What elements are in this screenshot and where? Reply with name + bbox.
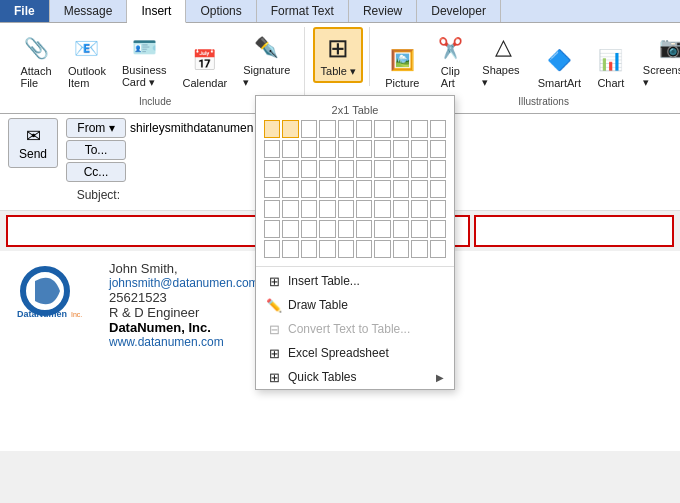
grid-cell[interactable] [264,220,280,238]
grid-cell[interactable] [282,140,298,158]
draw-table-item[interactable]: ✏️ Draw Table [256,293,454,317]
grid-cell[interactable] [282,180,298,198]
grid-cell[interactable] [319,200,335,218]
grid-cell[interactable] [430,240,446,258]
grid-cell[interactable] [393,160,409,178]
grid-cell[interactable] [264,140,280,158]
grid-cell[interactable] [411,180,427,198]
grid-cell[interactable] [338,180,354,198]
grid-cell[interactable] [393,240,409,258]
chart-button[interactable]: 📊 Chart [589,40,633,93]
grid-cell[interactable] [338,160,354,178]
grid-cell[interactable] [356,180,372,198]
grid-cell[interactable] [301,180,317,198]
grid-cell[interactable] [411,220,427,238]
grid-cell[interactable] [374,160,390,178]
grid-cell[interactable] [301,200,317,218]
grid-cell[interactable] [356,160,372,178]
grid-cell[interactable] [319,120,335,138]
grid-cell[interactable] [338,200,354,218]
grid-cell[interactable] [430,120,446,138]
grid-cell[interactable] [411,140,427,158]
grid-cell[interactable] [393,140,409,158]
tab-developer[interactable]: Developer [417,0,501,22]
tab-insert[interactable]: Insert [127,0,186,23]
grid-cell[interactable] [356,120,372,138]
grid-cell[interactable] [338,140,354,158]
outlook-item-button[interactable]: 📧 OutlookItem [62,28,112,93]
table-button[interactable]: ⊞ Table ▾ [313,27,363,83]
grid-cell[interactable] [356,240,372,258]
shapes-button[interactable]: △ Shapes ▾ [476,27,530,93]
grid-cell[interactable] [393,180,409,198]
body-right-input[interactable] [476,217,672,245]
calendar-button[interactable]: 📅 Calendar [177,40,234,93]
grid-cell[interactable] [264,160,280,178]
grid-cell[interactable] [430,180,446,198]
cc-button[interactable]: Cc... [66,162,126,182]
grid-cell[interactable] [430,220,446,238]
grid-cell[interactable] [374,180,390,198]
grid-cell[interactable] [282,160,298,178]
grid-cell[interactable] [319,220,335,238]
tab-format-text[interactable]: Format Text [257,0,349,22]
to-button[interactable]: To... [66,140,126,160]
insert-table-item[interactable]: ⊞ Insert Table... [256,269,454,293]
grid-cell[interactable] [411,200,427,218]
grid-cell[interactable] [282,200,298,218]
grid-cell[interactable] [374,120,390,138]
grid-cell[interactable] [411,120,427,138]
quick-tables-item[interactable]: ⊞ Quick Tables ▶ [256,365,454,389]
grid-cell[interactable] [264,200,280,218]
grid-cell[interactable] [411,240,427,258]
grid-cell[interactable] [356,140,372,158]
tab-review[interactable]: Review [349,0,417,22]
picture-button[interactable]: 🖼️ Picture [380,40,424,93]
grid-cell[interactable] [319,160,335,178]
body-right-field[interactable] [474,215,674,247]
grid-cell[interactable] [430,160,446,178]
screenshot-button[interactable]: 📷 Screenshot ▾ [637,27,680,93]
grid-cell[interactable] [338,220,354,238]
grid-cell[interactable] [338,240,354,258]
tab-message[interactable]: Message [50,0,128,22]
grid-cell[interactable] [393,200,409,218]
grid-cell[interactable] [301,240,317,258]
grid-cell[interactable] [264,240,280,258]
grid-cell[interactable] [282,120,298,138]
grid-cell[interactable] [319,140,335,158]
grid-cell[interactable] [430,140,446,158]
grid-cell[interactable] [374,140,390,158]
grid-cell[interactable] [264,180,280,198]
grid-cell[interactable] [374,220,390,238]
grid-cell[interactable] [319,180,335,198]
grid-cell[interactable] [356,200,372,218]
grid-cell[interactable] [282,240,298,258]
clip-art-button[interactable]: ✂️ ClipArt [428,28,472,93]
grid-cell[interactable] [282,220,298,238]
grid-cell[interactable] [319,240,335,258]
from-button[interactable]: From ▾ [66,118,126,138]
grid-cell[interactable] [301,120,317,138]
excel-spreadsheet-item[interactable]: ⊞ Excel Spreadsheet [256,341,454,365]
grid-row [264,220,446,238]
send-button[interactable]: ✉ Send [8,118,58,168]
grid-cell[interactable] [301,220,317,238]
tab-file[interactable]: File [0,0,50,22]
grid-cell[interactable] [338,120,354,138]
business-card-button[interactable]: 🪪 BusinessCard ▾ [116,27,173,93]
grid-cell[interactable] [374,200,390,218]
grid-cell[interactable] [430,200,446,218]
grid-cell[interactable] [301,160,317,178]
grid-cell[interactable] [301,140,317,158]
grid-cell[interactable] [374,240,390,258]
tab-options[interactable]: Options [186,0,256,22]
grid-cell[interactable] [393,220,409,238]
grid-cell[interactable] [393,120,409,138]
grid-cell[interactable] [411,160,427,178]
grid-cell[interactable] [356,220,372,238]
smartart-button[interactable]: 🔷 SmartArt [534,40,585,93]
attach-file-button[interactable]: 📎 AttachFile [14,28,58,93]
grid-cell[interactable] [264,120,280,138]
signature-button[interactable]: ✒️ Signature▾ [237,27,296,93]
